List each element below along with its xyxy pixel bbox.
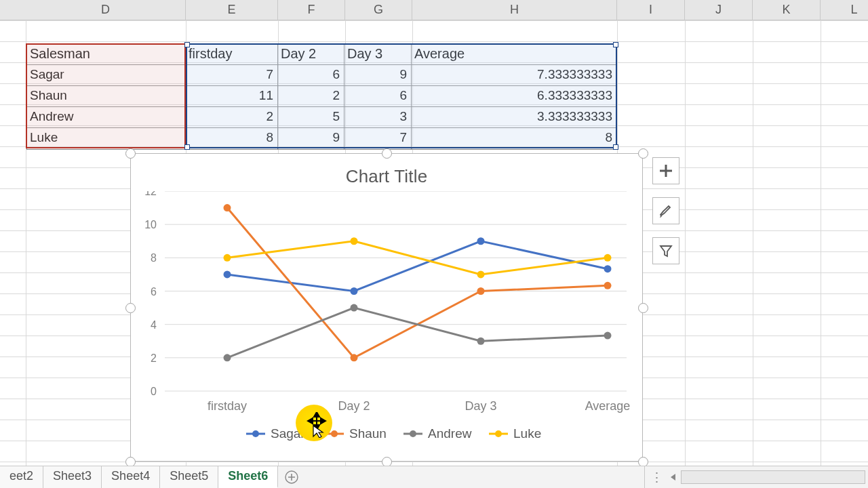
header-salesman[interactable]: Salesman — [27, 44, 186, 65]
svg-marker-51 — [321, 418, 326, 424]
column-header-D[interactable]: D — [26, 0, 186, 20]
svg-point-19 — [351, 287, 358, 295]
column-header-I[interactable]: I — [617, 0, 685, 20]
chart-side-buttons — [652, 157, 679, 264]
cell-value[interactable]: 2 — [186, 107, 278, 128]
chart-resize-handle[interactable] — [125, 148, 136, 159]
column-header-H[interactable]: H — [412, 0, 617, 20]
chart-plot-area[interactable]: 024681012firstdayDay 2Day 3AverageSagarS… — [131, 191, 644, 449]
chart-elements-button[interactable] — [652, 157, 679, 184]
column-header-E[interactable]: E — [186, 0, 278, 20]
svg-text:Andrew: Andrew — [428, 426, 472, 441]
cell-average[interactable]: 3.333333333 — [412, 107, 616, 128]
add-sheet-button[interactable] — [278, 466, 305, 488]
svg-text:firstday: firstday — [208, 399, 247, 413]
cell-value[interactable]: 8 — [186, 128, 278, 149]
svg-point-31 — [351, 237, 358, 245]
column-header-L[interactable]: L — [821, 0, 868, 20]
cell-average[interactable]: 8 — [412, 128, 616, 149]
svg-marker-48 — [314, 412, 319, 417]
move-cursor-icon — [307, 412, 327, 442]
cell-name[interactable]: Luke — [27, 128, 186, 149]
sheet-tab[interactable]: Sheet6 — [218, 466, 278, 488]
sheet-tab[interactable]: eet2 — [0, 466, 43, 488]
table-header-row: Salesman firstday Day 2 Day 3 Average — [27, 44, 616, 65]
filter-icon — [658, 243, 673, 258]
svg-point-44 — [495, 430, 502, 437]
column-headers: DEFGHIJKL — [0, 0, 868, 20]
scrollbar-track[interactable] — [681, 470, 865, 484]
svg-point-32 — [477, 270, 485, 278]
column-header-F[interactable]: F — [278, 0, 345, 20]
cell-value[interactable]: 9 — [278, 128, 344, 149]
header-day3[interactable]: Day 3 — [344, 44, 412, 65]
cell-value[interactable]: 11 — [186, 86, 278, 107]
sheet-tab[interactable]: Sheet3 — [43, 466, 102, 488]
chart-resize-handle[interactable] — [125, 303, 136, 313]
sheet-tab[interactable]: Sheet5 — [160, 466, 218, 488]
table-row: Shaun11266.333333333 — [27, 86, 616, 107]
column-header-J[interactable]: J — [685, 0, 753, 20]
svg-point-22 — [224, 204, 231, 211]
cell-value[interactable]: 7 — [186, 65, 278, 86]
svg-point-24 — [477, 287, 485, 295]
scroll-left-icon[interactable] — [669, 472, 677, 482]
cell-name[interactable]: Andrew — [27, 107, 186, 128]
chart-object[interactable]: Chart Title 024681012firstdayDay 2Day 3A… — [130, 153, 643, 462]
svg-text:Day 3: Day 3 — [465, 399, 496, 413]
table-row: Sagar7697.333333333 — [27, 65, 616, 86]
svg-text:10: 10 — [144, 219, 157, 230]
header-firstday[interactable]: firstday — [186, 44, 278, 65]
svg-point-28 — [477, 338, 485, 345]
cell-value[interactable]: 3 — [344, 107, 412, 128]
brush-icon — [658, 203, 673, 218]
table-row: Andrew2533.333333333 — [27, 107, 616, 128]
cell-name[interactable]: Shaun — [27, 86, 186, 107]
sheet-tabs-bar: eet2Sheet3Sheet4Sheet5Sheet6 ⋮ — [0, 466, 868, 488]
header-average[interactable]: Average — [412, 44, 616, 65]
cell-average[interactable]: 6.333333333 — [412, 86, 616, 107]
cell-value[interactable]: 9 — [344, 65, 412, 86]
svg-text:12: 12 — [144, 191, 157, 197]
cell-value[interactable]: 6 — [278, 65, 344, 86]
svg-marker-50 — [308, 418, 313, 424]
chart-filters-button[interactable] — [652, 237, 679, 264]
svg-text:Shaun: Shaun — [349, 426, 387, 441]
cell-name[interactable]: Sagar — [27, 65, 186, 86]
cell-value[interactable]: 2 — [278, 86, 344, 107]
svg-point-30 — [224, 254, 231, 262]
svg-point-26 — [224, 354, 231, 361]
svg-point-29 — [604, 332, 612, 340]
data-table[interactable]: Salesman firstday Day 2 Day 3 Average Sa… — [26, 43, 617, 150]
chart-resize-handle[interactable] — [382, 148, 392, 159]
svg-text:Luke: Luke — [513, 426, 541, 441]
chart-resize-handle[interactable] — [638, 148, 648, 159]
table-row: Luke8978 — [27, 128, 616, 149]
svg-point-25 — [604, 282, 612, 289]
svg-point-41 — [410, 430, 416, 437]
cell-value[interactable]: 6 — [344, 86, 412, 107]
svg-point-35 — [252, 430, 259, 437]
chart-title[interactable]: Chart Title — [131, 154, 642, 187]
svg-text:4: 4 — [151, 319, 157, 331]
chart-resize-handle[interactable] — [638, 303, 648, 313]
svg-point-23 — [351, 354, 358, 361]
more-icon: ⋮ — [645, 470, 669, 485]
horizontal-scroll[interactable]: ⋮ — [644, 466, 868, 488]
svg-point-38 — [331, 430, 338, 437]
svg-point-27 — [351, 304, 358, 312]
svg-text:0: 0 — [151, 386, 157, 397]
cell-average[interactable]: 7.333333333 — [412, 65, 616, 86]
svg-point-18 — [224, 270, 231, 278]
column-header-G[interactable]: G — [345, 0, 412, 20]
header-day2[interactable]: Day 2 — [278, 44, 344, 65]
svg-text:Day 2: Day 2 — [338, 399, 370, 413]
chart-styles-button[interactable] — [652, 197, 679, 224]
svg-text:6: 6 — [151, 286, 157, 298]
svg-point-21 — [604, 265, 612, 272]
cell-value[interactable]: 5 — [278, 107, 344, 128]
column-header-K[interactable]: K — [753, 0, 821, 20]
cell-value[interactable]: 7 — [344, 128, 412, 149]
sheet-tab[interactable]: Sheet4 — [102, 466, 160, 488]
svg-text:2: 2 — [151, 352, 157, 364]
